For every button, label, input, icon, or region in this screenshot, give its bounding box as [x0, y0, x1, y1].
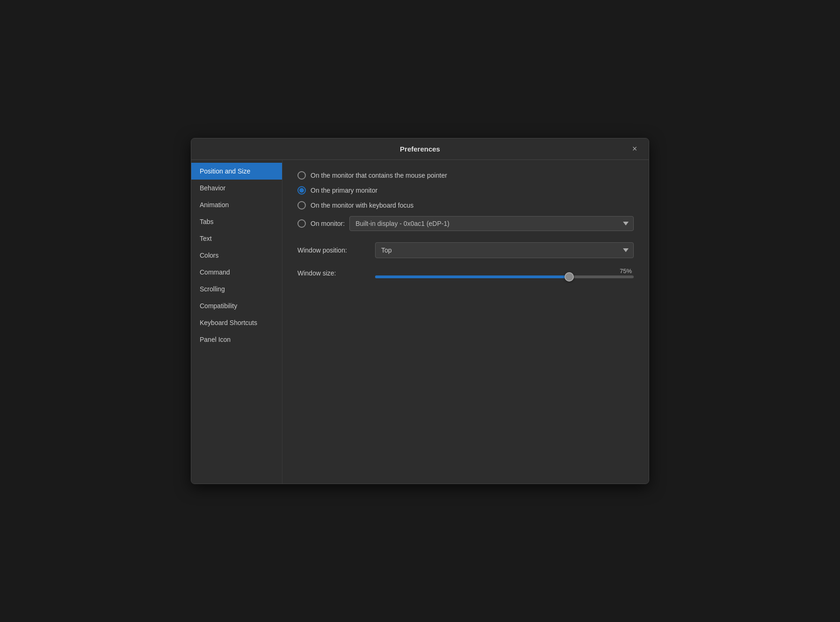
dialog-body: Position and Size Behavior Animation Tab… — [191, 160, 649, 484]
close-button[interactable]: × — [628, 143, 641, 156]
radio-input-keyboard-monitor[interactable] — [297, 201, 306, 210]
slider-thumb[interactable] — [565, 272, 574, 282]
slider-percentage-label: 75% — [375, 268, 632, 275]
main-content: On the monitor that contains the mouse p… — [282, 160, 649, 484]
window-size-row: Window size: 75% — [297, 268, 634, 278]
sidebar-item-command[interactable]: Command — [191, 264, 282, 281]
radio-keyboard-monitor[interactable]: On the monitor with keyboard focus — [297, 201, 634, 210]
monitor-radio-group: On the monitor that contains the mouse p… — [297, 171, 634, 231]
sidebar-item-tabs[interactable]: Tabs — [191, 213, 282, 230]
radio-input-mouse-monitor[interactable] — [297, 171, 306, 180]
slider-wrapper: 75% — [375, 268, 634, 278]
monitor-select[interactable]: Built-in display - 0x0ac1 (eDP-1) — [349, 216, 634, 231]
sidebar-item-position-and-size[interactable]: Position and Size — [191, 163, 282, 180]
title-bar: Preferences × — [191, 138, 649, 160]
slider-track — [375, 275, 634, 278]
slider-fill — [375, 275, 569, 278]
sidebar-item-colors[interactable]: Colors — [191, 247, 282, 264]
sidebar-item-behavior[interactable]: Behavior — [191, 180, 282, 196]
sidebar-item-panel-icon[interactable]: Panel Icon — [191, 331, 282, 348]
radio-primary-monitor[interactable]: On the primary monitor — [297, 186, 634, 195]
sidebar-item-scrolling[interactable]: Scrolling — [191, 281, 282, 297]
sidebar-item-text[interactable]: Text — [191, 230, 282, 247]
radio-input-primary-monitor[interactable] — [297, 186, 306, 195]
radio-input-on-monitor[interactable] — [297, 219, 306, 228]
sidebar-item-compatibility[interactable]: Compatibility — [191, 297, 282, 314]
sidebar-item-keyboard-shortcuts[interactable]: Keyboard Shortcuts — [191, 314, 282, 331]
dialog-title: Preferences — [400, 145, 440, 153]
window-position-select[interactable]: Top Bottom Left Right Center — [375, 242, 634, 258]
radio-mouse-monitor[interactable]: On the monitor that contains the mouse p… — [297, 171, 634, 180]
window-position-row: Window position: Top Bottom Left Right C… — [297, 242, 634, 258]
radio-on-monitor-row: On monitor: Built-in display - 0x0ac1 (e… — [297, 216, 634, 231]
sidebar: Position and Size Behavior Animation Tab… — [191, 160, 282, 484]
preferences-dialog: Preferences × Position and Size Behavior… — [191, 138, 649, 484]
sidebar-item-animation[interactable]: Animation — [191, 196, 282, 213]
